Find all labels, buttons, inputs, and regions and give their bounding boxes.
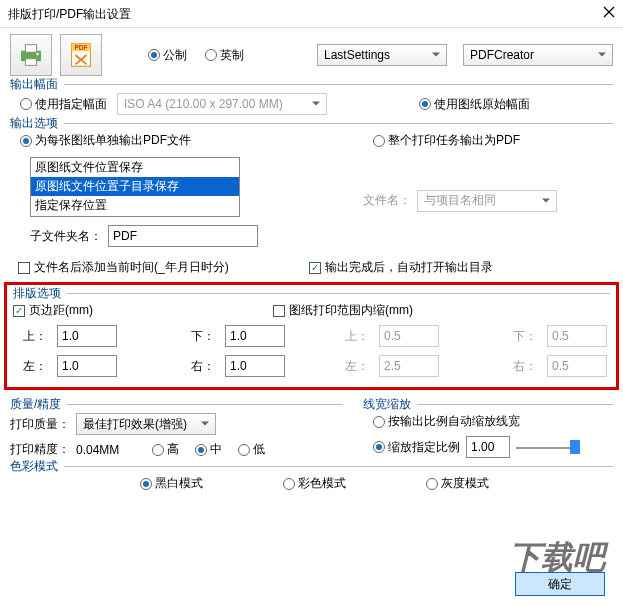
- svg-point-5: [36, 53, 39, 56]
- color-bw-radio[interactable]: 黑白模式: [140, 475, 203, 492]
- whole-job-radio[interactable]: 整个打印任务输出为PDF: [373, 132, 520, 149]
- printer-select[interactable]: PDFCreator: [463, 44, 613, 66]
- shrink-top-input: 0.5: [379, 325, 439, 347]
- paper-size-select[interactable]: ISO A4 (210.00 x 297.00 MM): [117, 93, 327, 115]
- margin-right-input[interactable]: 1.0: [225, 355, 285, 377]
- lw-slider[interactable]: [516, 439, 576, 455]
- list-item[interactable]: 原图纸文件位置保存: [31, 158, 239, 177]
- filename-select: 与项目名相同: [417, 190, 557, 212]
- margin-checkbox[interactable]: [13, 305, 25, 317]
- prec-mid-radio[interactable]: 中: [195, 441, 222, 458]
- prec-hi-radio[interactable]: 高: [152, 441, 179, 458]
- quality-select[interactable]: 最佳打印效果(增强): [76, 413, 216, 435]
- subdir-label: 子文件夹名：: [30, 228, 102, 245]
- ok-button[interactable]: 确定: [515, 572, 605, 596]
- shrink-left-input: 2.5: [379, 355, 439, 377]
- print-button[interactable]: [10, 34, 52, 76]
- color-color-radio[interactable]: 彩色模式: [283, 475, 346, 492]
- list-item[interactable]: 原图纸文件位置子目录保存: [31, 177, 239, 196]
- margin-left-input[interactable]: 1.0: [57, 355, 117, 377]
- linewidth-legend: 线宽缩放: [363, 396, 417, 413]
- list-item[interactable]: 指定保存位置: [31, 196, 239, 215]
- color-gray-radio[interactable]: 灰度模式: [426, 475, 489, 492]
- shrink-bottom-input: 0.5: [547, 325, 607, 347]
- margin-bottom-input[interactable]: 1.0: [225, 325, 285, 347]
- auto-open-checkbox[interactable]: [309, 262, 321, 274]
- prec-lo-radio[interactable]: 低: [238, 441, 265, 458]
- unit-imperial-radio[interactable]: 英制: [205, 47, 244, 64]
- window-title: 排版打印/PDF输出设置: [8, 0, 131, 28]
- filename-label: 文件名：: [363, 192, 411, 209]
- per-sheet-radio[interactable]: 为每张图纸单独输出PDF文件: [20, 132, 191, 149]
- lw-auto-radio[interactable]: 按输出比例自动缩放线宽: [373, 413, 520, 430]
- unit-metric-radio[interactable]: 公制: [148, 47, 187, 64]
- subdir-input[interactable]: PDF: [108, 225, 258, 247]
- lw-value-input[interactable]: 1.00: [466, 436, 510, 458]
- layout-legend: 排版选项: [13, 285, 67, 302]
- use-original-size-radio[interactable]: 使用图纸原始幅面: [419, 96, 530, 113]
- use-fixed-size-radio[interactable]: 使用指定幅面: [20, 96, 107, 113]
- margin-top-input[interactable]: 1.0: [57, 325, 117, 347]
- pdf-button[interactable]: PDF: [60, 34, 102, 76]
- close-icon[interactable]: [603, 0, 615, 28]
- layout-highlight-box: 排版选项 页边距(mm) 图纸打印范围内缩(mm) 上：1.0 下：1.0 左：…: [4, 282, 619, 390]
- svg-text:PDF: PDF: [74, 44, 87, 51]
- shrink-checkbox[interactable]: [273, 305, 285, 317]
- svg-rect-3: [25, 45, 36, 53]
- quality-legend: 质量/精度: [10, 396, 67, 413]
- preset-select[interactable]: LastSettings: [317, 44, 447, 66]
- svg-rect-4: [25, 59, 36, 66]
- precision-value: 0.04MM: [76, 443, 136, 457]
- output-option-legend: 输出选项: [10, 115, 64, 132]
- lw-fixed-radio[interactable]: 缩放指定比例: [373, 439, 460, 456]
- append-time-checkbox[interactable]: [18, 262, 30, 274]
- save-location-list[interactable]: 原图纸文件位置保存 原图纸文件位置子目录保存 指定保存位置: [30, 157, 240, 217]
- colormode-legend: 色彩模式: [10, 458, 64, 475]
- frame-size-legend: 输出幅面: [10, 76, 64, 93]
- shrink-right-input: 0.5: [547, 355, 607, 377]
